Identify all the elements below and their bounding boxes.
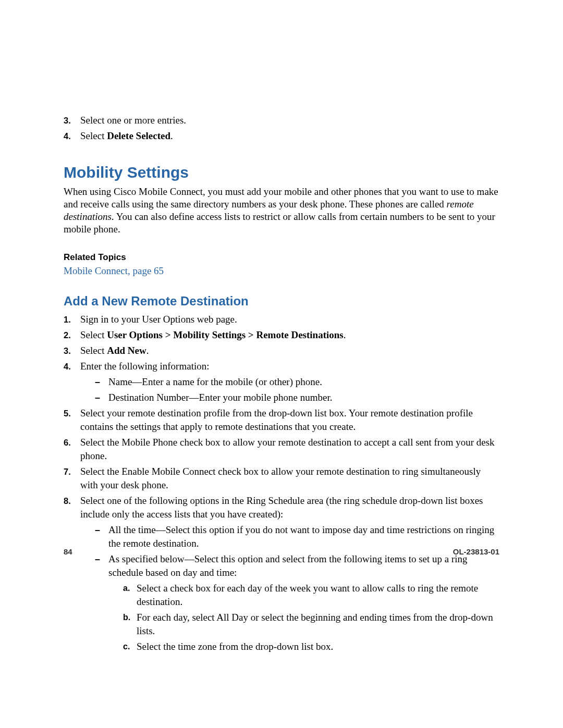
alpha-item-b: b. For each day, select All Day or selec… <box>123 611 499 638</box>
alpha-marker: a. <box>123 582 130 595</box>
page-number: 84 <box>64 547 72 556</box>
step-text: Select the Mobile Phone check box to all… <box>80 437 495 461</box>
step-7: 7. Select the Enable Mobile Connect chec… <box>64 465 499 492</box>
step-text: Sign in to your User Options web page. <box>80 314 237 325</box>
step-3: 3. Select Add New. <box>64 344 499 357</box>
related-topics-heading: Related Topics <box>64 252 499 263</box>
list-text-prefix: Select <box>80 130 107 141</box>
alpha-item-c: c. Select the time zone from the drop-do… <box>123 640 499 653</box>
alpha-marker: b. <box>123 611 130 624</box>
step4-sublist: Name—Enter a name for the mobile (or oth… <box>95 375 499 404</box>
sub-text: As specified below—Select this option an… <box>108 553 468 578</box>
step-text: Select one of the following options in t… <box>80 495 483 520</box>
step-5: 5. Select your remote destination profil… <box>64 406 499 434</box>
step-marker: 7. <box>64 465 71 478</box>
alpha-text: For each day, select All Day or select t… <box>137 612 493 636</box>
step-text-suffix: . <box>146 345 149 356</box>
step-text-prefix: Select <box>80 329 107 340</box>
step-2: 2. Select User Options > Mobility Settin… <box>64 328 499 342</box>
step-text-suffix: . <box>344 329 346 340</box>
step-text-bold: User Options > Mobility Settings > Remot… <box>107 329 344 340</box>
step-text-bold: Add New <box>107 345 146 356</box>
intro-text-before: When using Cisco Mobile Connect, you mus… <box>64 186 498 209</box>
step-6: 6. Select the Mobile Phone check box to … <box>64 436 499 463</box>
step-text: Enter the following information: <box>80 361 209 372</box>
step-4: 4. Enter the following information: Name… <box>64 360 499 404</box>
related-topic-link[interactable]: Mobile Connect, page 65 <box>64 265 499 277</box>
document-page: 3. Select one or more entries. 4. Select… <box>0 0 563 728</box>
step-marker: 6. <box>64 436 71 449</box>
intro-paragraph: When using Cisco Mobile Connect, you mus… <box>64 186 499 236</box>
intro-text-after: . You can also define access lists to re… <box>64 211 495 235</box>
list-text-bold: Delete Selected <box>107 130 170 141</box>
alpha-text: Select the time zone from the drop-down … <box>137 641 333 652</box>
step-text-prefix: Select <box>80 345 107 356</box>
step8-sublist: All the time—Select this option if you d… <box>95 523 499 653</box>
step-marker: 8. <box>64 494 71 508</box>
step-8: 8. Select one of the following options i… <box>64 494 499 653</box>
sub-text: All the time—Select this option if you d… <box>108 524 494 549</box>
step-text: Select your remote destination profile f… <box>80 408 473 432</box>
alpha-marker: c. <box>123 640 130 653</box>
step8-alpha-list: a. Select a check box for each day of th… <box>123 582 499 653</box>
step-marker: 4. <box>64 360 71 373</box>
list-text-suffix: . <box>170 130 173 141</box>
step-1: 1. Sign in to your User Options web page… <box>64 313 499 326</box>
step-text: Select the Enable Mobile Connect check b… <box>80 466 481 490</box>
list-marker: 4. <box>64 129 71 143</box>
alpha-text: Select a check box for each day of the w… <box>137 583 478 607</box>
sub-item: Name—Enter a name for the mobile (or oth… <box>95 375 499 389</box>
list-text: Select one or more entries. <box>80 115 186 126</box>
step-marker: 1. <box>64 313 71 326</box>
section-heading-mobility: Mobility Settings <box>64 164 499 181</box>
alpha-item-a: a. Select a check box for each day of th… <box>123 582 499 609</box>
procedure-list: 1. Sign in to your User Options web page… <box>64 313 499 653</box>
sub-item: All the time—Select this option if you d… <box>95 523 499 550</box>
page-footer: 84 OL-23813-01 <box>64 547 499 556</box>
sub-text: Name—Enter a name for the mobile (or oth… <box>108 376 322 387</box>
sub-text: Destination Number—Enter your mobile pho… <box>108 392 333 403</box>
step-marker: 3. <box>64 344 71 357</box>
list-item-3: 3. Select one or more entries. <box>64 114 499 127</box>
continuation-list: 3. Select one or more entries. 4. Select… <box>64 114 499 143</box>
list-item-4: 4. Select Delete Selected. <box>64 129 499 143</box>
subsection-heading-add-remote: Add a New Remote Destination <box>64 294 499 309</box>
sub-item: Destination Number—Enter your mobile pho… <box>95 391 499 404</box>
list-marker: 3. <box>64 114 71 127</box>
sub-item: As specified below—Select this option an… <box>95 552 499 653</box>
step-marker: 5. <box>64 406 71 420</box>
step-marker: 2. <box>64 328 71 342</box>
document-id: OL-23813-01 <box>453 547 499 556</box>
